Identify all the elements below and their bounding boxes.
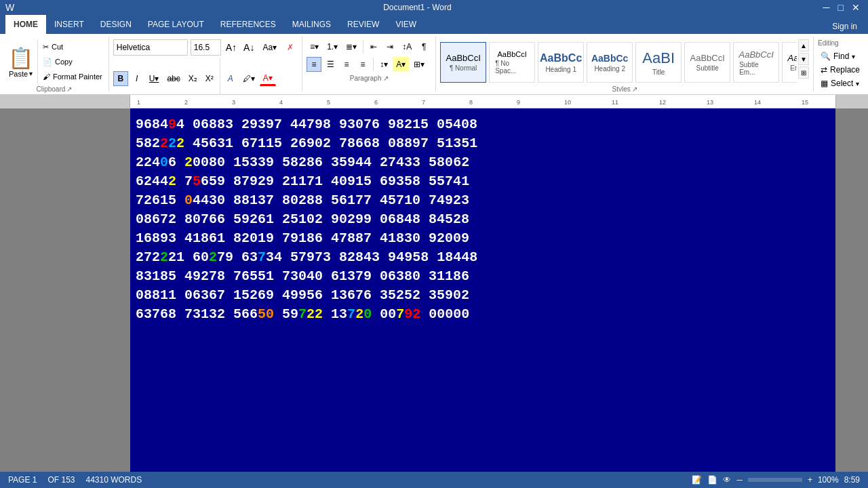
styles-group-label: Styles bbox=[612, 85, 630, 92]
tab-review[interactable]: REVIEW bbox=[339, 15, 387, 34]
doc-line-2: 582222 45631 67115 26902 78668 08897 513… bbox=[130, 134, 835, 153]
ruler-tick-3: 3 bbox=[232, 99, 235, 106]
styles-scroll-down[interactable]: ▼ bbox=[798, 53, 809, 65]
divider3 bbox=[373, 58, 374, 71]
increase-indent-button[interactable]: ⇥ bbox=[382, 39, 397, 54]
ruler-tick-8: 8 bbox=[469, 99, 473, 106]
find-button[interactable]: 🔍 Find ▾ bbox=[818, 49, 864, 63]
clipboard-small-buttons: ✂ Cut 📄 Copy 🖌 Format Painter bbox=[41, 39, 104, 84]
italic-button[interactable]: I bbox=[130, 71, 144, 86]
multilevel-list-button[interactable]: ≣▾ bbox=[342, 39, 360, 54]
style-subtitle[interactable]: AaBbCcI Subtitle bbox=[684, 42, 730, 83]
ruler-tick-10: 10 bbox=[564, 99, 571, 106]
clipboard-expand-icon[interactable]: ↗ bbox=[66, 85, 72, 93]
sort-button[interactable]: ↕A bbox=[399, 39, 415, 54]
style-no-spacing[interactable]: AaBbCcI ¶ No Spac... bbox=[489, 42, 535, 83]
tab-insert[interactable]: INSERT bbox=[46, 15, 92, 34]
font-name-input[interactable] bbox=[113, 39, 188, 56]
superscript-button[interactable]: X² bbox=[202, 71, 217, 86]
format-painter-button[interactable]: 🖌 Format Painter bbox=[41, 71, 104, 82]
select-label: Select bbox=[831, 79, 853, 88]
clipboard-label: Clipboard bbox=[36, 85, 65, 93]
cut-button[interactable]: ✂ Cut bbox=[41, 41, 104, 53]
replace-button[interactable]: ⇄ Replace bbox=[818, 63, 864, 77]
status-left: PAGE 1 OF 153 44310 WORDS bbox=[8, 475, 142, 485]
maximize-button[interactable]: □ bbox=[835, 2, 846, 13]
tab-design[interactable]: DESIGN bbox=[92, 15, 140, 34]
align-right-button[interactable]: ≡ bbox=[339, 57, 354, 72]
document-page[interactable]: 968494 06883 29397 44798 93076 98215 054… bbox=[130, 108, 835, 472]
style-subtle-emphasis[interactable]: AaBbCcI Subtle Em... bbox=[733, 42, 779, 83]
close-button[interactable]: ✕ bbox=[849, 2, 863, 13]
style-subtle-label: Subtle Em... bbox=[739, 61, 773, 76]
tab-page-layout[interactable]: PAGE LAYOUT bbox=[140, 15, 212, 34]
minimize-button[interactable]: ─ bbox=[821, 2, 833, 13]
paste-dropdown-arrow[interactable]: ▾ bbox=[29, 70, 33, 77]
ruler-tick-1: 1 bbox=[137, 99, 140, 106]
font-size-decrease-button[interactable]: A↓ bbox=[241, 41, 256, 54]
clipboard-group: 📋 Paste ▾ ✂ Cut 📄 Copy 🖌 Format Painter bbox=[0, 37, 109, 92]
ruler-tick-6: 6 bbox=[374, 99, 378, 106]
ruler-tick-5: 5 bbox=[327, 99, 330, 106]
font-color-button[interactable]: A▾ bbox=[260, 71, 276, 86]
style-h2-preview: AaBbCc bbox=[591, 53, 628, 64]
select-dropdown-arrow[interactable]: ▾ bbox=[856, 80, 859, 87]
clear-formatting-button[interactable]: ✗ bbox=[283, 40, 298, 55]
style-emphasis[interactable]: AaBbCcI Emphasis bbox=[782, 42, 797, 83]
zoom-out-button[interactable]: ─ bbox=[736, 475, 743, 485]
select-icon: ▦ bbox=[821, 79, 828, 88]
numbering-button[interactable]: 1.▾ bbox=[323, 39, 341, 54]
bullets-button[interactable]: ≡▾ bbox=[307, 39, 322, 54]
styles-gallery: AaBbCcI ¶ Normal AaBbCcI ¶ No Spac... Aa… bbox=[440, 39, 797, 85]
borders-button[interactable]: ⊞▾ bbox=[410, 57, 428, 72]
style-normal[interactable]: AaBbCcI ¶ Normal bbox=[440, 42, 486, 83]
decrease-indent-button[interactable]: ⇤ bbox=[366, 39, 381, 54]
cut-label: Cut bbox=[52, 43, 63, 51]
select-button[interactable]: ▦ Select ▾ bbox=[818, 77, 864, 90]
justify-button[interactable]: ≡ bbox=[355, 57, 370, 72]
tab-mailings[interactable]: MAILINGS bbox=[284, 15, 339, 34]
styles-scroll-up[interactable]: ▲ bbox=[798, 39, 809, 52]
paragraph-expand-icon[interactable]: ↗ bbox=[383, 75, 389, 82]
align-center-button[interactable]: ☰ bbox=[323, 57, 338, 72]
shading-button[interactable]: A▾ bbox=[393, 57, 409, 72]
underline-button[interactable]: U▾ bbox=[146, 71, 163, 86]
ruler-left-margin bbox=[0, 95, 130, 108]
copy-button[interactable]: 📄 Copy bbox=[41, 56, 104, 68]
page-of-total: OF 153 bbox=[47, 475, 75, 485]
bold-button[interactable]: B bbox=[113, 71, 128, 86]
align-left-button[interactable]: ≡ bbox=[307, 57, 321, 72]
tab-references[interactable]: REFERENCES bbox=[212, 15, 284, 34]
format-painter-icon: 🖌 bbox=[43, 73, 50, 81]
style-emphasis-label: Emphasis bbox=[790, 64, 797, 72]
show-marks-button[interactable]: ¶ bbox=[416, 39, 431, 54]
sign-in-button[interactable]: Sign in bbox=[827, 19, 863, 34]
editing-label: Editing bbox=[818, 39, 864, 47]
strikethrough-button[interactable]: abc bbox=[163, 71, 183, 86]
zoom-slider[interactable] bbox=[748, 478, 802, 482]
font-size-increase-button[interactable]: A↑ bbox=[224, 41, 239, 54]
style-heading1[interactable]: AaBbCc Heading 1 bbox=[538, 42, 584, 83]
style-title[interactable]: AaBI Title bbox=[635, 42, 682, 83]
style-heading2[interactable]: AaBbCc Heading 2 bbox=[587, 42, 633, 83]
styles-expand-icon[interactable]: ↗ bbox=[632, 85, 637, 92]
doc-left-margin bbox=[0, 108, 130, 472]
editing-group: Editing 🔍 Find ▾ ⇄ Replace ▦ Select ▾ bbox=[814, 37, 868, 92]
text-effects-button[interactable]: A bbox=[223, 71, 238, 86]
font-group: A↑ A↓ Aa▾ ✗ B I U▾ abc X₂ X² A 🖊▾ A▾ Fon… bbox=[109, 37, 302, 92]
zoom-in-button[interactable]: + bbox=[808, 475, 812, 485]
style-title-label: Title bbox=[652, 68, 665, 76]
text-highlight-button[interactable]: 🖊▾ bbox=[239, 71, 258, 86]
font-size-input[interactable] bbox=[191, 39, 221, 56]
paste-button[interactable]: 📋 Paste ▾ bbox=[4, 39, 38, 84]
style-nospace-preview: AaBbCcI bbox=[497, 50, 526, 58]
line-spacing-button[interactable]: ↕▾ bbox=[376, 57, 391, 72]
styles-expand[interactable]: ⊞ bbox=[798, 66, 809, 79]
find-dropdown-arrow[interactable]: ▾ bbox=[852, 53, 855, 60]
tab-view[interactable]: VIEW bbox=[387, 15, 425, 34]
subscript-button[interactable]: X₂ bbox=[185, 71, 201, 86]
tab-home[interactable]: HOME bbox=[5, 15, 46, 34]
find-icon: 🔍 bbox=[821, 52, 831, 61]
change-case-button[interactable]: Aa▾ bbox=[259, 40, 280, 55]
ruler-right-margin bbox=[835, 95, 868, 108]
